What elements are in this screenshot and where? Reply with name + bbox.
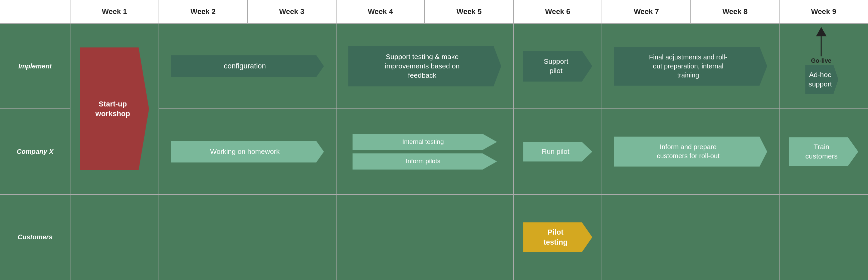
configuration-cell: configuration bbox=[159, 23, 336, 109]
customers-label: Customers bbox=[0, 194, 70, 280]
run-pilot-text: Run pilot bbox=[542, 147, 569, 156]
pilot-testing-cell: Pilot testing bbox=[514, 194, 602, 280]
customers-w7w8-empty bbox=[602, 194, 779, 280]
startup-workshop-cell: Start-up workshop bbox=[70, 23, 159, 194]
adhoc-support-cell: Go-live Ad-hoc support bbox=[779, 23, 868, 109]
final-adjustments-cell: Final adjustments and roll- out preparat… bbox=[602, 23, 779, 109]
run-pilot-cell: Run pilot bbox=[514, 109, 602, 194]
support-testing-cell: Support testing & make improvements base… bbox=[336, 23, 514, 109]
customers-w9-empty bbox=[779, 194, 868, 280]
customers-w4w5-empty bbox=[336, 194, 514, 280]
header-week4: Week 4 bbox=[336, 0, 425, 23]
inform-pilots-shape: Inform pilots bbox=[352, 153, 497, 169]
header-week6: Week 6 bbox=[514, 0, 602, 23]
header-week1: Week 1 bbox=[70, 0, 159, 23]
timeline-grid: Week 1 Week 2 Week 3 Week 4 Week 5 Week … bbox=[0, 0, 868, 280]
support-testing-text: Support testing & make improvements base… bbox=[385, 53, 460, 80]
inform-prepare-cell: Inform and prepare customers for roll-ou… bbox=[602, 109, 779, 194]
header-week8: Week 8 bbox=[691, 0, 779, 23]
working-homework-cell: Working on homework bbox=[159, 109, 336, 194]
internal-testing-stack: Internal testing Inform pilots bbox=[340, 134, 510, 169]
implement-label: Implement bbox=[0, 23, 70, 109]
header-week9: Week 9 bbox=[779, 0, 868, 23]
companyx-label: Company X bbox=[0, 109, 70, 194]
train-customers-cell: Train customers bbox=[779, 109, 868, 194]
startup-workshop-text: Start-up workshop bbox=[95, 99, 130, 119]
final-adjustments-text: Final adjustments and roll- out preparat… bbox=[649, 53, 727, 79]
customers-w1-empty bbox=[70, 194, 159, 280]
configuration-text: configuration bbox=[224, 62, 266, 70]
internal-testing-inform-cell: Internal testing Inform pilots bbox=[336, 109, 514, 194]
header-week7: Week 7 bbox=[602, 0, 691, 23]
header-corner bbox=[0, 0, 70, 23]
internal-testing-shape: Internal testing bbox=[352, 134, 497, 150]
adhoc-support-text: Ad-hoc support bbox=[809, 70, 832, 89]
header-week5: Week 5 bbox=[425, 0, 514, 23]
inform-pilots-text: Inform pilots bbox=[406, 157, 440, 164]
golive-text: Go-live bbox=[811, 57, 831, 64]
golive-line bbox=[820, 36, 822, 56]
internal-testing-text: Internal testing bbox=[402, 138, 444, 145]
header-week2: Week 2 bbox=[159, 0, 248, 23]
support-pilot-cell: Support pilot bbox=[514, 23, 602, 109]
train-customers-text: Train customers bbox=[805, 142, 838, 161]
header-week3: Week 3 bbox=[247, 0, 336, 23]
golive-arrow bbox=[816, 27, 827, 36]
support-pilot-text: Support pilot bbox=[544, 57, 568, 76]
customers-w2w3-empty bbox=[159, 194, 336, 280]
working-homework-text: Working on homework bbox=[210, 148, 280, 155]
inform-prepare-text: Inform and prepare customers for roll-ou… bbox=[657, 143, 719, 159]
pilot-testing-text: Pilot testing bbox=[544, 227, 567, 247]
